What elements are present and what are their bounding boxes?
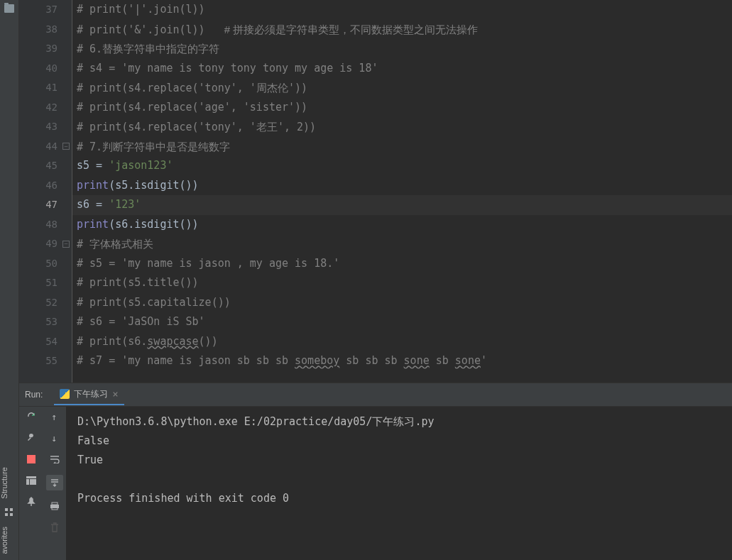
- wrench-icon[interactable]: [26, 432, 37, 444]
- svg-rect-3: [10, 513, 13, 516]
- console-line: D:\Python3.6.8\python.exe E:/02practice/…: [77, 412, 721, 432]
- favorites-tool-button[interactable]: avorites: [0, 521, 18, 560]
- line-number: 55: [19, 351, 72, 371]
- code-line[interactable]: s6 = '123': [72, 195, 732, 215]
- code-line[interactable]: print(s6.isdigit()): [72, 215, 732, 235]
- code-line[interactable]: # print(s4.replace('age', 'sister')): [72, 98, 732, 118]
- console-line: False: [77, 432, 721, 451]
- line-number: 38: [19, 20, 72, 40]
- code-line[interactable]: print(s5.isdigit()): [72, 176, 732, 196]
- code-line[interactable]: # print('|'.join(l)): [72, 0, 732, 20]
- svg-rect-0: [5, 508, 8, 511]
- print-icon[interactable]: [49, 500, 60, 512]
- code-line[interactable]: # print(s6.swapcase()): [72, 332, 732, 352]
- code-line[interactable]: # print(s5.title()): [72, 273, 732, 293]
- code-line[interactable]: # print('&'.join(l)) # 拼接必须是字符串类型，不同数据类型…: [72, 20, 732, 40]
- fold-marker-icon[interactable]: −: [62, 143, 70, 150]
- svg-rect-1: [5, 513, 8, 516]
- code-line[interactable]: # print(s5.capitalize()): [72, 293, 732, 313]
- svg-rect-4: [27, 455, 35, 463]
- line-number: 45: [19, 156, 72, 176]
- line-number: 44−: [19, 137, 72, 157]
- editor-area: 3738394041424344−4546474849−505152535455…: [19, 0, 732, 383]
- code-line[interactable]: # 6.替换字符串中指定的字符: [72, 39, 732, 59]
- svg-rect-8: [52, 503, 58, 505]
- line-number: 53: [19, 312, 72, 332]
- line-number: 46: [19, 176, 72, 196]
- line-number: 39: [19, 39, 72, 59]
- line-number: 47: [19, 195, 72, 215]
- line-number: 52: [19, 293, 72, 313]
- line-number: 50: [19, 254, 72, 274]
- run-tab-label: 下午练习: [74, 388, 108, 400]
- console-line: [77, 470, 721, 489]
- run-body: ↑ ↓ D:\Python3.6.8\python.exe E:/02pract…: [19, 407, 732, 560]
- run-toolbar-left: [19, 407, 43, 560]
- svg-rect-5: [26, 476, 36, 478]
- svg-rect-2: [10, 508, 13, 511]
- code-line[interactable]: # 字体格式相关: [72, 234, 732, 254]
- structure-icon[interactable]: [4, 507, 15, 518]
- run-tool-window: Run: 下午练习 ×: [19, 383, 732, 560]
- code-area[interactable]: # print('|'.join(l))# print('&'.join(l))…: [72, 0, 732, 383]
- code-line[interactable]: s5 = 'jason123': [72, 156, 732, 176]
- line-number: 43: [19, 117, 72, 137]
- line-number: 49−: [19, 234, 72, 254]
- code-line[interactable]: # s5 = 'my name is jason , my age is 18.…: [72, 254, 732, 274]
- svg-rect-7: [30, 479, 36, 485]
- line-number: 41: [19, 78, 72, 98]
- console-line: True: [77, 451, 721, 470]
- code-line[interactable]: # s7 = 'my name is jason sb sb sb somebo…: [72, 351, 732, 371]
- down-arrow-icon[interactable]: ↓: [49, 432, 60, 444]
- svg-rect-10: [52, 507, 58, 510]
- code-line[interactable]: # s6 = 'JaSOn iS Sb': [72, 312, 732, 332]
- left-sidebar: Structure avorites: [0, 0, 19, 560]
- svg-rect-6: [26, 479, 29, 485]
- structure-tool-button[interactable]: Structure: [0, 461, 18, 505]
- editor-gutter: 3738394041424344−4546474849−505152535455: [19, 0, 72, 383]
- run-header: Run: 下午练习 ×: [19, 383, 732, 407]
- code-line[interactable]: # 7.判断字符串中是否是纯数字: [72, 137, 732, 157]
- soft-wrap-icon[interactable]: [49, 454, 60, 465]
- run-label: Run:: [25, 390, 43, 400]
- run-toolbar-right: ↑ ↓: [43, 407, 66, 560]
- line-number: 40: [19, 59, 72, 79]
- line-number: 54: [19, 332, 72, 352]
- stop-icon[interactable]: [26, 454, 37, 465]
- python-icon: [60, 389, 70, 399]
- project-tool-icon[interactable]: [4, 4, 14, 13]
- up-arrow-icon[interactable]: ↑: [49, 411, 60, 422]
- close-tab-icon[interactable]: ×: [112, 388, 118, 400]
- rerun-icon[interactable]: [26, 411, 37, 422]
- console-output[interactable]: D:\Python3.6.8\python.exe E:/02practice/…: [66, 407, 732, 560]
- delete-icon[interactable]: [49, 522, 60, 533]
- run-tab[interactable]: 下午练习 ×: [54, 384, 124, 405]
- line-number: 51: [19, 273, 72, 293]
- layout-icon[interactable]: [26, 475, 37, 486]
- main-content: 3738394041424344−4546474849−505152535455…: [19, 0, 732, 560]
- code-line[interactable]: # print(s4.replace('tony', '老王', 2)): [72, 117, 732, 137]
- line-number: 42: [19, 98, 72, 118]
- code-line[interactable]: # s4 = 'my name is tony tony tony my age…: [72, 59, 732, 79]
- line-number: 37: [19, 0, 72, 20]
- line-number: 48: [19, 215, 72, 235]
- pin-icon[interactable]: [26, 496, 37, 507]
- fold-marker-icon[interactable]: −: [62, 241, 70, 248]
- code-line[interactable]: # print(s4.replace('tony', '周杰伦')): [72, 78, 732, 98]
- console-line: Process finished with exit code 0: [77, 489, 721, 508]
- scroll-to-end-icon[interactable]: [46, 475, 63, 490]
